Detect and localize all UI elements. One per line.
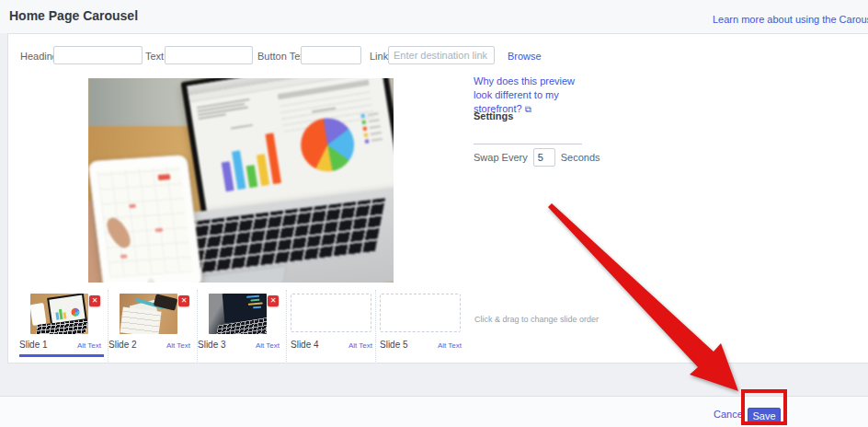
swap-seconds-input[interactable] [533, 148, 555, 167]
slide-1-label: Slide 1 [19, 340, 48, 350]
swap-every-label: Swap Every [474, 152, 528, 163]
slides-row: ✕ Slide 1 Alt Text ✕ [19, 290, 465, 362]
slide-1-alt-text-link[interactable]: Alt Text [77, 341, 101, 350]
slide-4-alt-text-link[interactable]: Alt Text [348, 341, 372, 350]
slide-4-label: Slide 4 [291, 340, 319, 350]
settings-divider [474, 144, 582, 144]
external-link-icon: ⧉ [525, 104, 531, 114]
carousel-editor-panel: Heading Text Button Text Link Browse [7, 33, 868, 364]
delete-slide-3-icon[interactable]: ✕ [268, 295, 279, 306]
slide-3-thumbnail[interactable] [209, 294, 267, 334]
heading-input[interactable] [53, 46, 143, 64]
save-button[interactable]: Save [748, 408, 781, 425]
preview-photo-scene [88, 78, 394, 283]
link-label: Link [370, 51, 388, 62]
slide-5-alt-text-link[interactable]: Alt Text [438, 341, 462, 350]
cancel-button[interactable]: Cancel [714, 409, 745, 420]
slide-3-alt-text-link[interactable]: Alt Text [256, 341, 280, 350]
photo-bar-chart [218, 133, 281, 191]
button-text-input[interactable] [301, 46, 361, 64]
slide-4-empty-dropzone[interactable] [291, 294, 371, 332]
slide-5-empty-dropzone[interactable] [380, 294, 461, 332]
carousel-builder-page: Home Page Carousel Learn more about usin… [0, 0, 868, 427]
slide-2-alt-text-link[interactable]: Alt Text [166, 341, 190, 350]
delete-slide-1-icon[interactable]: ✕ [89, 295, 100, 306]
slide-2-thumbnail[interactable] [120, 294, 177, 334]
seconds-label: Seconds [561, 152, 600, 163]
settings-heading: Settings [474, 110, 513, 121]
slide-3-label: Slide 3 [198, 340, 226, 350]
slide-cell-5: Slide 5 Alt Text [376, 290, 465, 362]
text-input[interactable] [165, 46, 253, 64]
drag-hint-text: Click & drag to change slide order [474, 315, 599, 324]
active-slide-indicator [19, 354, 104, 357]
delete-slide-2-icon[interactable]: ✕ [178, 295, 189, 306]
slide-cell-4: Slide 4 Alt Text [287, 290, 376, 362]
slide-2-label: Slide 2 [108, 340, 137, 350]
link-input[interactable] [388, 46, 495, 64]
slide-preview-image [88, 78, 394, 283]
learn-more-link[interactable]: Learn more about using the Carousel buil… [713, 14, 868, 25]
slide-cell-2: ✕ Slide 2 Alt Text [108, 290, 198, 362]
browse-link[interactable]: Browse [508, 51, 542, 62]
heading-label: Heading [20, 51, 58, 62]
swap-every-row: Swap Every Seconds [474, 148, 600, 167]
slide-cell-3: ✕ Slide 3 Alt Text [198, 290, 287, 362]
slide-1-thumbnail[interactable] [30, 294, 88, 334]
slide-cell-1: ✕ Slide 1 Alt Text [19, 290, 108, 362]
footer-bar: Cancel Save [0, 396, 868, 427]
photo-tablet [88, 155, 203, 283]
text-label: Text [145, 51, 164, 62]
page-title: Home Page Carousel [9, 8, 138, 23]
photo-chart-legend [360, 111, 383, 146]
slide-5-label: Slide 5 [380, 340, 408, 350]
